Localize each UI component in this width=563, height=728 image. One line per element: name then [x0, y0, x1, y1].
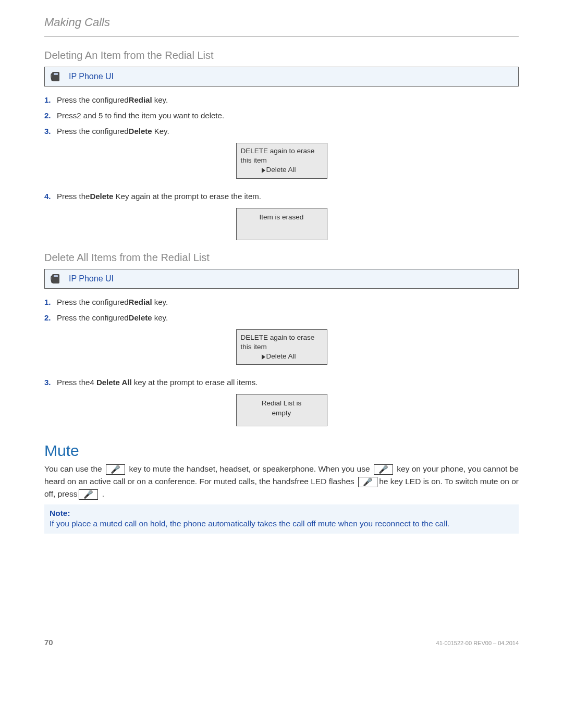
step: 2. Press2 and 5 to find the item you wan…	[44, 109, 519, 122]
step-text: Press the configured	[57, 298, 129, 306]
key-ref: 4	[90, 378, 94, 387]
step-text: key at the prompt to erase all items.	[132, 378, 258, 387]
chapter-rule	[44, 36, 519, 37]
lcd-line: Delete All	[241, 352, 323, 361]
mute-key-icon: 🎤	[106, 464, 125, 475]
step-bold: Redial	[129, 95, 152, 104]
page-number: 70	[44, 638, 53, 647]
lcd-display-wrap: DELETE again to erase this item Delete A…	[44, 329, 519, 365]
ip-phone-ui-label: IP Phone UI	[69, 274, 114, 283]
note-box: Note: If you place a muted call on hold,…	[44, 504, 519, 534]
triangle-right-icon	[262, 354, 265, 360]
mute-heading: Mute	[44, 442, 519, 460]
mute-key-icon: 🎤	[374, 464, 393, 475]
svg-rect-1	[54, 73, 58, 75]
step-text: Press	[57, 111, 77, 120]
steps-delete-item: 1. Press the configuredRedial key. 2. Pr…	[44, 94, 519, 138]
microphone-icon: 🎤	[363, 477, 373, 486]
lcd-line: Delete All	[241, 165, 323, 175]
microphone-icon: 🎤	[111, 465, 120, 474]
ip-phone-ui-label: IP Phone UI	[69, 72, 114, 81]
lcd-line: Redial List is	[262, 399, 302, 408]
lcd-display-wrap: DELETE again to erase this item Delete A…	[44, 143, 519, 179]
step-text: Press the configured	[57, 127, 129, 135]
svg-rect-3	[54, 275, 58, 277]
triangle-right-icon	[262, 168, 265, 173]
step-number: 3.	[44, 376, 51, 389]
step: 1. Press the configuredRedial key.	[44, 296, 519, 309]
ip-phone-ui-box: IP Phone UI	[44, 67, 519, 87]
step-text: and	[81, 111, 99, 120]
steps-delete-all-cont: 3. Press the4 Delete All key at the prom…	[44, 376, 519, 389]
mute-paragraph: You can use the 🎤 key to mute the handse…	[44, 463, 519, 500]
lcd-display: DELETE again to erase this item Delete A…	[236, 143, 327, 179]
page-footer: 70 41-001522-00 REV00 – 04.2014	[44, 638, 519, 647]
step-number: 3.	[44, 125, 51, 138]
lcd-line: Item is erased	[260, 213, 304, 222]
step-bold: Delete All	[94, 378, 132, 387]
section-heading-delete-all: Delete All Items from the Redial List	[44, 252, 519, 264]
step-text: key.	[152, 313, 168, 322]
step-number: 2.	[44, 109, 51, 122]
step-number: 4.	[44, 190, 51, 203]
step: 4. Press theDelete Key again at the prom…	[44, 190, 519, 203]
mute-text: You can use the	[44, 464, 104, 473]
step-text: key.	[152, 95, 168, 104]
step-text: Press the configured	[57, 95, 129, 104]
step-text: Key.	[152, 127, 169, 135]
lcd-line: empty	[272, 409, 291, 418]
phone-icon	[50, 70, 63, 83]
lcd-display: Redial List is empty	[236, 394, 327, 426]
lcd-display-wrap: Redial List is empty	[44, 394, 519, 426]
step: 2. Press the configuredDelete key.	[44, 312, 519, 324]
step-number: 2.	[44, 312, 51, 324]
step-text: Press the configured	[57, 313, 129, 322]
section-heading-delete-item: Deleting An Item from the Redial List	[44, 50, 519, 61]
step-number: 1.	[44, 296, 51, 309]
chapter-title: Making Calls	[44, 16, 519, 29]
step-text: to find the item you want to delete.	[103, 111, 224, 120]
ip-phone-ui-box: IP Phone UI	[44, 269, 519, 289]
step-text: key.	[152, 298, 168, 306]
lcd-line: DELETE again to erase this item	[241, 333, 323, 352]
document-id: 41-001522-00 REV00 – 04.2014	[436, 640, 519, 646]
mute-key-icon: 🎤	[79, 489, 98, 500]
mute-text: .	[100, 489, 104, 498]
step-text: Key again at the prompt to erase the ite…	[113, 192, 261, 201]
step-bold: Redial	[129, 298, 152, 306]
lcd-line: DELETE again to erase this item	[241, 146, 323, 165]
microphone-icon: 🎤	[83, 490, 93, 499]
note-text: If you place a muted call on hold, the p…	[50, 519, 513, 528]
note-label: Note:	[50, 509, 513, 518]
phone-icon	[50, 273, 63, 285]
step: 3. Press the4 Delete All key at the prom…	[44, 376, 519, 389]
mute-key-icon: 🎤	[358, 477, 377, 487]
step: 1. Press the configuredRedial key.	[44, 94, 519, 106]
step-text: Press the	[57, 192, 90, 201]
key-ref: 2	[77, 111, 81, 120]
step-text: Press the	[57, 378, 90, 387]
microphone-icon: 🎤	[378, 465, 388, 474]
mute-text: key to mute the handset, headset, or spe…	[127, 464, 372, 473]
step-bold: Delete	[90, 192, 113, 201]
lcd-display-wrap: Item is erased	[44, 208, 519, 240]
step-number: 1.	[44, 94, 51, 106]
step-bold: Delete	[129, 127, 152, 135]
steps-delete-item-cont: 4. Press theDelete Key again at the prom…	[44, 190, 519, 203]
step: 3. Press the configuredDelete Key.	[44, 125, 519, 138]
lcd-display: DELETE again to erase this item Delete A…	[236, 329, 327, 365]
lcd-display: Item is erased	[236, 208, 327, 240]
steps-delete-all: 1. Press the configuredRedial key. 2. Pr…	[44, 296, 519, 324]
step-bold: Delete	[129, 313, 152, 322]
